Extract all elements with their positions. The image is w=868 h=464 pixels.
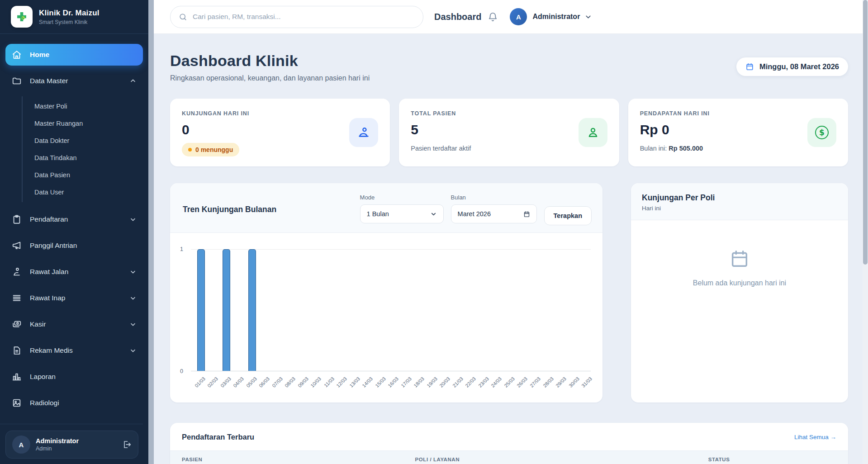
sidebar-item-radiologi[interactable]: Radiologi: [5, 392, 143, 414]
sidebar-item-label: Pendaftaran: [30, 215, 129, 223]
lihat-semua-link[interactable]: Lihat Semua →: [794, 434, 836, 440]
x-axis-label: 05/03: [246, 371, 259, 400]
x-axis-label: 19/03: [427, 371, 440, 400]
sidebar-user-card[interactable]: A Administrator Admin: [5, 431, 138, 459]
bar-slot: [399, 249, 412, 371]
brand: Klinik Dr. Maizul Smart System Klinik: [0, 0, 148, 33]
sidebar-item-data-dokter[interactable]: Data Dokter: [33, 133, 143, 149]
sidebar-item-master-poli[interactable]: Master Poli: [33, 98, 143, 114]
bar-slot: [578, 249, 591, 371]
sidebar-item-rekam-medis[interactable]: Rekam Medis: [5, 340, 143, 361]
bar-slot: [323, 249, 335, 371]
column-header-pasien: PASIEN: [182, 457, 415, 462]
bar-slot: [258, 249, 271, 371]
sidebar-item-data-master[interactable]: Data Master: [5, 70, 143, 92]
date-badge: Minggu, 08 Maret 2026: [736, 57, 848, 76]
avatar: A: [12, 436, 30, 454]
bar-slot: [463, 249, 476, 371]
stat-card-total-pasien: TOTAL PASIEN 5 Pasien terdaftar aktif: [399, 99, 619, 166]
calendar-icon: [745, 62, 754, 71]
dollar-icon: $: [807, 118, 836, 147]
recent-title: Pendaftaran Terbaru: [182, 433, 254, 441]
x-axis-label: 17/03: [401, 371, 414, 400]
x-axis-label: 27/03: [530, 371, 543, 400]
cashier-wallet-icon: [12, 319, 22, 329]
x-axis-label: 11/03: [323, 371, 337, 400]
scrollbar-thumb[interactable]: [863, 0, 868, 265]
sidebar-item-label: Data Master: [30, 77, 129, 85]
sidebar-scrollbar[interactable]: [148, 0, 154, 464]
x-axis-label: 04/03: [233, 371, 247, 400]
search-input[interactable]: [193, 13, 415, 21]
brand-name: Klinik Dr. Maizul: [39, 9, 100, 18]
topbar-page-title: Dashboard: [434, 12, 481, 22]
bar-slot: [514, 249, 527, 371]
chevron-down-icon: [430, 211, 437, 218]
sidebar-item-kasir[interactable]: Kasir: [5, 313, 143, 335]
bar-chart-plot: 1 0: [191, 249, 591, 371]
table-header-row: PASIEN POLI / LAYANAN STATUS: [170, 450, 848, 464]
current-date: Minggu, 08 Maret 2026: [759, 62, 839, 71]
poli-card-subtitle: Hari ini: [642, 205, 837, 212]
chart-card: Tren Kunjungan Bulanan Mode 1 Bulan Bul: [170, 183, 602, 402]
x-axis-label: 16/03: [388, 371, 401, 400]
x-axis-label: 15/03: [375, 371, 388, 400]
bar-slot: [271, 249, 284, 371]
x-axis-label: 08/03: [285, 371, 298, 400]
x-axis-label: 18/03: [414, 371, 427, 400]
bar-slot: [220, 249, 233, 371]
report-chart-icon: [12, 372, 22, 382]
logout-icon[interactable]: [122, 440, 132, 450]
sidebar-item-master-ruangan[interactable]: Master Ruangan: [33, 115, 143, 132]
bar-slot: [450, 249, 463, 371]
x-axis-label: 12/03: [337, 371, 350, 400]
sidebar-item-laporan[interactable]: Laporan: [5, 366, 143, 388]
sidebar-menu: Home Data Master Master Poli Master Ruan…: [0, 34, 148, 414]
sidebar-item-rawat-inap[interactable]: Rawat Inap: [5, 287, 143, 309]
chevron-down-icon: [129, 294, 137, 302]
column-header-status: STATUS: [708, 457, 848, 462]
sidebar-item-data-user[interactable]: Data User: [33, 184, 143, 200]
bar-slot: [527, 249, 540, 371]
sidebar-item-label: Rekam Medis: [30, 346, 129, 355]
mode-select[interactable]: 1 Bulan: [360, 204, 444, 223]
chevron-down-icon: [129, 321, 137, 328]
user-name: Administrator: [36, 437, 116, 445]
stat-cards-row: KUNJUNGAN HARI INI 0 0 menunggu TOTAL PA…: [170, 99, 848, 166]
chevron-down-icon: [129, 347, 137, 354]
sidebar-item-data-pasien[interactable]: Data Pasien: [33, 167, 143, 183]
month-input[interactable]: Maret 2026: [451, 204, 537, 223]
topbar: Dashboard A Administrator: [154, 0, 868, 34]
dashboard-content: Dashboard Klinik Ringkasan operasional, …: [154, 34, 868, 464]
x-axis-label: 21/03: [452, 371, 465, 400]
bar-slot: [476, 249, 489, 371]
user-menu-chevron-down-icon[interactable]: [584, 13, 592, 21]
sidebar-item-data-tindakan[interactable]: Data Tindakan: [33, 150, 143, 166]
user-avatar[interactable]: A: [510, 8, 527, 25]
x-axis-label: 14/03: [362, 371, 375, 400]
global-search[interactable]: [170, 6, 423, 28]
kunjungan-per-poli-card: Kunjungan Per Poli Hari ini Belum ada ku…: [631, 183, 848, 402]
notifications-bell-icon[interactable]: [488, 12, 498, 22]
month-label: Bulan: [451, 194, 537, 201]
sidebar-item-label: Home: [30, 51, 137, 59]
stat-value: 5: [411, 122, 607, 137]
sidebar-item-rawat-jalan[interactable]: Rawat Jalan: [5, 261, 143, 283]
apply-button[interactable]: Terapkan: [544, 206, 592, 225]
chart-bars: [194, 249, 591, 371]
page-scrollbar[interactable]: [863, 0, 868, 464]
app-window: Klinik Dr. Maizul Smart System Klinik Ho…: [0, 0, 868, 464]
y-axis-tick: 0: [180, 368, 183, 374]
column-header-poli-layanan: POLI / LAYANAN: [415, 457, 708, 462]
bar-slot: [425, 249, 437, 371]
x-axis-label: 28/03: [543, 371, 556, 400]
sidebar-item-panggil-antrian[interactable]: Panggil Antrian: [5, 235, 143, 256]
user-role: Admin: [36, 445, 116, 452]
chart-title: Tren Kunjungan Bulanan: [183, 205, 276, 214]
x-axis-label: 02/03: [208, 371, 221, 400]
x-axis-label: 30/03: [569, 371, 582, 400]
sidebar-item-pendaftaran[interactable]: Pendaftaran: [5, 208, 143, 230]
stat-note: Bulan ini: Rp 505.000: [640, 145, 836, 152]
bar-slot: [552, 249, 565, 371]
sidebar-item-home[interactable]: Home: [5, 44, 143, 66]
